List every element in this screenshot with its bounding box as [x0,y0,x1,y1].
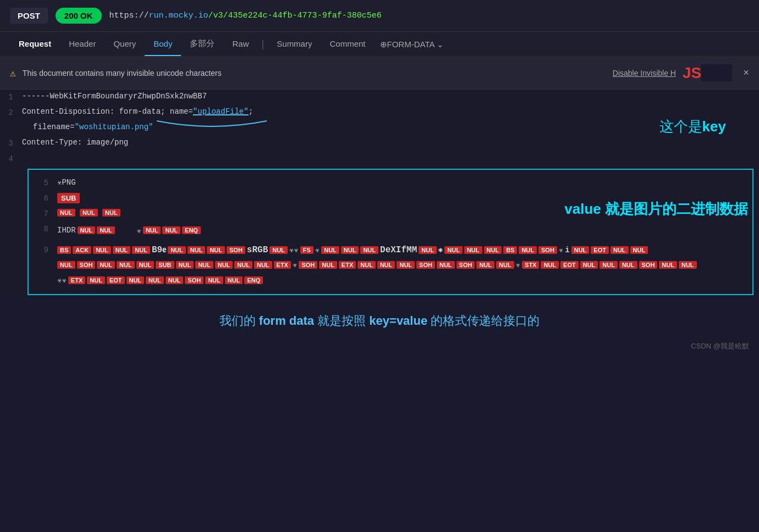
js-part: JS [683,64,701,81]
i-text: i [565,246,569,254]
nul-b19: NUL [600,261,618,269]
fs-badge: FS [300,246,314,254]
code-line-1: 1 ------WebKitFormBoundaryrZhwpDnSxk2nwB… [0,90,759,105]
tab-multipart[interactable]: 多部分 [181,32,223,57]
asterisk-9: ✱ [438,245,443,254]
tab-comment[interactable]: Comment [321,32,374,56]
nul-badge-9-14: NUL [484,246,502,254]
nul-b11: NUL [358,261,376,269]
b9-text: B9𝐞 [152,245,166,255]
nul-b13: NUL [397,261,415,269]
nul-badge-9-3: NUL [132,246,150,254]
line-content-1: ------WebKitFormBoundaryrZhwpDnSxk2nwBB7 [22,92,759,101]
code-line-2: 2 Content-Disposition: form-data; name="… [0,105,759,120]
line-num-3: 3 [0,138,22,148]
nul-b21: NUL [659,261,677,269]
filename-value: "woshitupian.png" [75,123,153,131]
line-num-9: 9 [35,245,57,254]
close-button[interactable]: × [743,68,749,79]
enq-badge-8: ENQ [182,226,201,234]
key-bold: key [702,118,726,135]
etx-b2: ETX [339,261,356,269]
nul-badge-9-18: NUL [630,246,648,254]
tab-body[interactable]: Body [145,32,181,56]
key-annotation: 这个是key [659,117,726,136]
soh-b4: SOH [457,261,475,269]
line-num-8: 8 [35,224,57,234]
icon-9c-1: ☣☣ [57,275,67,285]
nul-b16: NUL [496,261,514,269]
line-content-8: IHDR NUL NUL ☣ NUL NUL ENQ [57,224,746,237]
nul-badge-9-7: NUL [270,246,288,254]
etx-c1: ETX [68,276,85,284]
value-annotation: value 就是图片的二进制数据 [564,199,748,219]
code-area: 1 ------WebKitFormBoundaryrZhwpDnSxk2nwB… [0,90,759,295]
bs-badge-9-2: BS [503,246,517,254]
nul-badge-9-12: NUL [444,246,463,254]
tab-header[interactable]: Header [60,32,105,56]
binary-line-5: 5 ☣PNG [35,175,746,191]
line-content-9b: NUL SOH NUL NUL NUL SUB NUL NUL NUL NUL … [57,260,746,269]
icon-9-3: ☣ [559,245,563,254]
nul-b15: NUL [476,261,494,269]
nav-tabs: Request Header Query Body 多部分 Raw | Summ… [0,32,759,57]
nul-badge-9-5: NUL [188,246,206,254]
status-badge: 200 OK [56,8,102,24]
nul-b1: NUL [57,261,75,269]
nul-badge-9-16: NUL [571,246,590,254]
nul-badge-9-11: NUL [419,246,437,254]
url-scheme: https:// [109,11,149,20]
name-value: "uploadFile" [193,107,249,116]
binary-line-9c: ☣☣ ETX NUL EOT NUL NUL NUL SOH NUL NUL E… [35,273,746,289]
req-part: 请求 [701,64,732,81]
nul-badge-9-1: NUL [93,246,111,254]
nul-badge-9-8: NUL [321,246,339,254]
nul-b17: NUL [541,261,559,269]
line-num-5: 5 [35,178,57,187]
nul-badge-9-4: NUL [168,246,186,254]
disable-invisible-link[interactable]: Disable Invisible H [613,69,676,77]
eot-badge-9-1: EOT [591,246,609,254]
bs-badge: BS [57,246,71,254]
dexifmm-text: DeXIfMM [380,245,417,255]
binary-line-8: 8 IHDR NUL NUL ☣ NUL NUL ENQ [35,221,746,242]
nul-badge-9-6: NUL [207,246,225,254]
nul-b9: NUL [254,261,272,269]
tab-summary[interactable]: Summary [268,32,321,56]
tab-request[interactable]: Request [10,32,60,56]
line-num-2: 2 [0,107,22,117]
nul-badge-9-13: NUL [464,246,482,254]
top-bar: POST 200 OK https://run.mocky.io/v3/435e… [0,0,759,32]
url-display: https://run.mocky.io/v3/435e224c-44fb-47… [109,11,382,20]
nul-badge-7-2: NUL [80,209,98,217]
enq-c1: ENQ [244,276,263,284]
nul-b7: NUL [215,261,233,269]
ack-badge: ACK [73,246,91,254]
line-content-5: ☣PNG [57,178,746,187]
nul-b10: NUL [319,261,337,269]
nul-c5: NUL [205,276,223,284]
tab-raw[interactable]: Raw [223,32,257,56]
soh-b3: SOH [416,261,435,269]
nul-c6: NUL [225,276,243,284]
line-content-3: Content-Type: image/png [22,138,759,147]
nul-badge-9-9: NUL [341,246,359,254]
nul-badge-9-10: NUL [360,246,378,254]
soh-b5: SOH [639,261,658,269]
nul-badge-8-2: NUL [97,226,115,234]
tab-formdata-dropdown[interactable]: ⊕FORM-DATA ⌄ [375,33,450,56]
nul-b20: NUL [619,261,637,269]
icon-9-2: ☣ [315,245,320,254]
form-data-bold: form data [259,314,314,328]
nul-badge-8-3: NUL [143,226,161,234]
soh-c1: SOH [185,276,204,284]
watermark: CSDN @我是哈默 [0,338,759,357]
nul-b4: NUL [136,261,155,269]
icon-9b-1: ☣ [293,260,297,269]
line-num-2b [0,123,22,124]
warning-text: This document contains many invisible un… [23,69,606,77]
nav-separator: | [257,39,268,50]
binary-box: 5 ☣PNG 6 SUB 7 NUL NUL NUL 8 IHDR [28,169,754,295]
tab-query[interactable]: Query [105,32,145,56]
nul-badge-8-1: NUL [78,226,96,234]
